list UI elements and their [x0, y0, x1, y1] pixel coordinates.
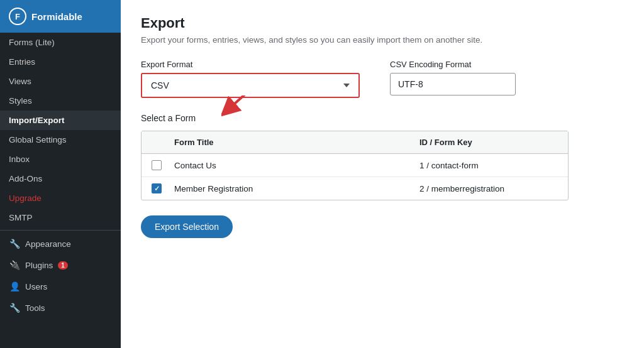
sidebar-item-appearance[interactable]: 🔧 Appearance [0, 233, 121, 254]
row-1-checkbox-wrapper [152, 160, 174, 170]
sidebar-item-styles[interactable]: Styles [0, 91, 121, 111]
sidebar-divider [0, 230, 121, 231]
row-2-checkbox[interactable]: ✓ [152, 183, 162, 193]
export-format-select-wrapper: CSV [141, 73, 360, 98]
sidebar-brand[interactable]: F Formidable [0, 0, 121, 33]
checkbox-check-icon: ✓ [154, 185, 160, 193]
sidebar-item-forms-lite[interactable]: Forms (Lite) [0, 33, 121, 52]
sidebar: F Formidable Forms (Lite) Entries Views … [0, 0, 121, 348]
plugins-badge: 1 [58, 261, 68, 269]
sidebar-item-views[interactable]: Views [0, 72, 121, 91]
sidebar-item-add-ons[interactable]: Add-Ons [0, 169, 121, 188]
table-row: Contact Us 1 / contact-form [142, 154, 568, 177]
row-1-checkbox[interactable] [152, 160, 162, 170]
brand-name: Formidable [31, 11, 82, 22]
row-2-checkbox-wrapper: ✓ [152, 183, 174, 193]
brand-logo: F [9, 8, 26, 25]
sidebar-item-users[interactable]: 👤 Users [0, 276, 121, 297]
chevron-down-icon [343, 84, 350, 87]
sidebar-item-entries[interactable]: Entries [0, 52, 121, 72]
users-label: Users [25, 282, 47, 291]
appearance-icon: 🔧 [9, 238, 20, 249]
col-header-form-title: Form Title [174, 138, 419, 147]
page-title: Export [141, 15, 624, 31]
export-format-value: CSV [151, 80, 169, 90]
sidebar-item-global-settings[interactable]: Global Settings [0, 130, 121, 150]
export-selection-button[interactable]: Export Selection [141, 215, 233, 238]
users-icon: 👤 [9, 281, 20, 292]
export-format-label: Export Format [141, 60, 360, 69]
export-format-select[interactable]: CSV [143, 75, 357, 95]
csv-encoding-group: CSV Encoding Format [390, 60, 516, 95]
export-format-section: Export Format CSV CSV Encoding Format [141, 60, 624, 98]
plugins-icon: 🔌 [9, 259, 20, 271]
col-header-check [152, 138, 174, 147]
sidebar-item-plugins[interactable]: 🔌 Plugins 1 [0, 254, 121, 276]
sidebar-item-import-export[interactable]: Import/Export [0, 111, 121, 130]
row-2-title: Member Registration [174, 184, 419, 193]
appearance-label: Appearance [25, 239, 71, 249]
main-content: Export Export your forms, entries, views… [121, 0, 644, 348]
tools-label: Tools [25, 303, 45, 313]
row-1-id: 1 / contact-form [419, 161, 558, 170]
tools-icon: 🔧 [9, 302, 20, 313]
sidebar-item-inbox[interactable]: Inbox [0, 150, 121, 169]
forms-table: Form Title ID / Form Key Contact Us 1 / … [141, 131, 569, 200]
sidebar-item-tools[interactable]: 🔧 Tools [0, 297, 121, 318]
row-2-id: 2 / memberregistration [419, 184, 558, 193]
sidebar-item-smtp[interactable]: SMTP [0, 208, 121, 227]
csv-encoding-input[interactable] [390, 73, 516, 95]
table-row: ✓ Member Registration 2 / memberregistra… [142, 177, 568, 200]
table-header: Form Title ID / Form Key [142, 131, 568, 154]
col-header-id-key: ID / Form Key [419, 138, 558, 147]
plugins-label: Plugins [25, 261, 53, 270]
sidebar-item-upgrade[interactable]: Upgrade [0, 188, 121, 208]
page-subtitle: Export your forms, entries, views, and s… [141, 35, 624, 45]
row-1-title: Contact Us [174, 161, 419, 170]
select-form-label: Select a Form [141, 113, 624, 123]
export-format-group: Export Format CSV [141, 60, 360, 98]
csv-encoding-label: CSV Encoding Format [390, 60, 516, 69]
